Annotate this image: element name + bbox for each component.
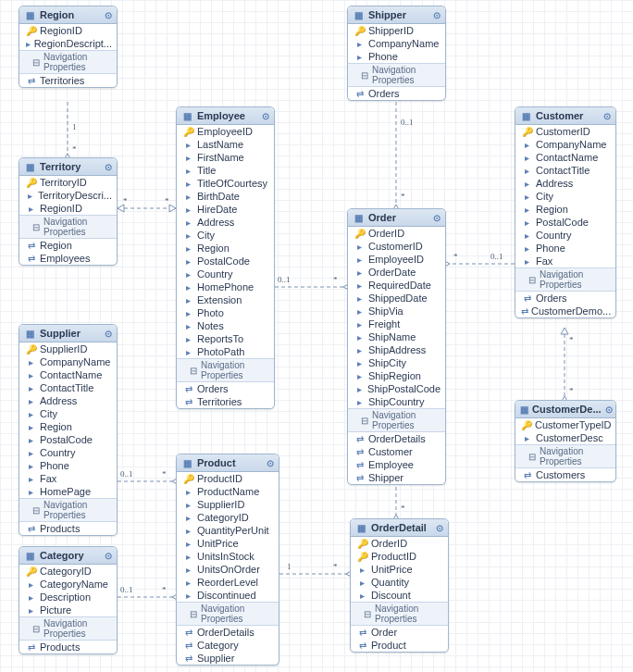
property-row[interactable]: ▸UnitPrice [351, 563, 448, 576]
property-row[interactable]: ▸Country [515, 229, 615, 242]
entity-region[interactable]: ▦Region⊙🔑RegionID▸RegionDescript...⊟Navi… [19, 6, 118, 88]
property-row[interactable]: 🔑OrderID [348, 227, 445, 240]
entity-header[interactable]: ▦OrderDetail⊙ [351, 519, 448, 537]
property-row[interactable]: ▸PostalCode [19, 433, 117, 446]
property-row[interactable]: ▸CompanyName [515, 138, 615, 151]
nav-property-row[interactable]: ⇄Orders [177, 382, 274, 395]
property-row[interactable]: 🔑RegionID [19, 24, 117, 37]
entity-header[interactable]: ▦Territory⊙ [19, 158, 117, 176]
entity-customer[interactable]: ▦Customer⊙🔑CustomerID▸CompanyName▸Contac… [515, 106, 616, 318]
property-row[interactable]: ▸CompanyName [19, 355, 117, 368]
nav-property-row[interactable]: ⇄CustomerDemo... [515, 305, 615, 317]
property-row[interactable]: 🔑ProductID [351, 550, 448, 563]
property-row[interactable]: ▸RegionDescript... [19, 37, 117, 50]
property-row[interactable]: ▸Photo [177, 306, 274, 319]
nav-group-header[interactable]: ⊟Navigation Properties [515, 444, 615, 468]
nav-group-header[interactable]: ⊟Navigation Properties [515, 268, 615, 292]
nav-property-row[interactable]: ⇄Orders [348, 87, 445, 100]
collapse-icon[interactable]: ⊙ [603, 111, 611, 121]
entity-header[interactable]: ▦Customer⊙ [515, 107, 615, 125]
entity-header[interactable]: ▦Category⊙ [19, 547, 117, 565]
property-row[interactable]: 🔑OrderID [351, 537, 448, 550]
property-row[interactable]: ▸Region [177, 242, 274, 255]
property-row[interactable]: ▸HireDate [177, 203, 274, 216]
property-row[interactable]: 🔑CustomerTypeID [515, 418, 615, 431]
property-row[interactable]: ▸EmployeeID [348, 253, 445, 266]
property-row[interactable]: ▸ShipCountry [348, 395, 445, 408]
entity-header[interactable]: ▦Employee⊙ [177, 107, 274, 125]
property-row[interactable]: ▸RequiredDate [348, 279, 445, 292]
property-row[interactable]: ▸Address [19, 394, 117, 407]
nav-group-header[interactable]: ⊟Navigation Properties [177, 358, 274, 382]
property-row[interactable]: ▸ReorderLevel [177, 576, 279, 589]
property-row[interactable]: ▸Discount [351, 589, 448, 602]
nav-group-header[interactable]: ⊟Navigation Properties [348, 408, 445, 432]
nav-property-row[interactable]: ⇄Employees [19, 252, 117, 265]
entity-employee[interactable]: ▦Employee⊙🔑EmployeeID▸LastName▸FirstName… [176, 106, 275, 409]
property-row[interactable]: 🔑TerritoryID [19, 176, 117, 189]
property-row[interactable]: ▸Phone [348, 50, 445, 63]
property-row[interactable]: ▸Phone [19, 459, 117, 472]
property-row[interactable]: ▸PostalCode [515, 216, 615, 229]
property-row[interactable]: ▸Fax [515, 255, 615, 268]
nav-property-row[interactable]: ⇄Category [177, 639, 279, 652]
nav-property-row[interactable]: ⇄Products [19, 522, 117, 535]
nav-property-row[interactable]: ⇄Order [351, 626, 448, 639]
property-row[interactable]: ▸Extension [177, 293, 274, 306]
nav-group-header[interactable]: ⊟Navigation Properties [177, 602, 279, 626]
collapse-icon[interactable]: ⊙ [433, 213, 441, 223]
property-row[interactable]: 🔑EmployeeID [177, 125, 274, 138]
nav-group-header[interactable]: ⊟Navigation Properties [19, 215, 117, 239]
nav-group-header[interactable]: ⊟Navigation Properties [348, 63, 445, 87]
entity-customerdemo[interactable]: ▦CustomerDe...⊙🔑CustomerTypeID▸CustomerD… [515, 400, 616, 482]
property-row[interactable]: ▸QuantityPerUnit [177, 524, 279, 537]
property-row[interactable]: ▸ShipRegion [348, 369, 445, 382]
property-row[interactable]: ▸ContactName [515, 151, 615, 164]
property-row[interactable]: ▸CustomerDesc [515, 431, 615, 444]
collapse-icon[interactable]: ⊙ [267, 458, 274, 468]
property-row[interactable]: ▸ReportsTo [177, 332, 274, 345]
property-row[interactable]: 🔑ProductID [177, 472, 279, 485]
entity-shipper[interactable]: ▦Shipper⊙🔑ShipperID▸CompanyName▸Phone⊟Na… [347, 6, 446, 101]
property-row[interactable]: ▸LastName [177, 138, 274, 151]
nav-property-row[interactable]: ⇄Product [351, 639, 448, 652]
property-row[interactable]: ▸Region [515, 203, 615, 216]
nav-property-row[interactable]: ⇄OrderDetails [177, 626, 279, 639]
property-row[interactable]: ▸PhotoPath [177, 345, 274, 358]
nav-property-row[interactable]: ⇄Orders [515, 292, 615, 305]
entity-order[interactable]: ▦Order⊙🔑OrderID▸CustomerID▸EmployeeID▸Or… [347, 208, 446, 485]
nav-property-row[interactable]: ⇄Region [19, 239, 117, 252]
collapse-icon[interactable]: ⊙ [105, 162, 112, 172]
property-row[interactable]: ▸OrderDate [348, 266, 445, 279]
property-row[interactable]: ▸CategoryName [19, 578, 117, 591]
nav-property-row[interactable]: ⇄OrderDetails [348, 432, 445, 445]
collapse-icon[interactable]: ⊙ [436, 523, 443, 533]
property-row[interactable]: ▸Address [177, 216, 274, 229]
property-row[interactable]: ▸City [515, 190, 615, 203]
property-row[interactable]: ▸ContactTitle [19, 381, 117, 394]
property-row[interactable]: ▸UnitPrice [177, 537, 279, 550]
property-row[interactable]: ▸UnitsOnOrder [177, 563, 279, 576]
property-row[interactable]: ▸ShipAddress [348, 343, 445, 356]
property-row[interactable]: ▸Country [19, 446, 117, 459]
property-row[interactable]: ▸Picture [19, 604, 117, 616]
entity-supplier[interactable]: ▦Supplier⊙🔑SupplierID▸CompanyName▸Contac… [19, 324, 118, 536]
entity-category[interactable]: ▦Category⊙🔑CategoryID▸CategoryName▸Descr… [19, 546, 118, 654]
entity-header[interactable]: ▦Supplier⊙ [19, 325, 117, 342]
property-row[interactable]: ▸RegionID [19, 202, 117, 215]
property-row[interactable]: ▸CustomerID [348, 240, 445, 253]
entity-header[interactable]: ▦Shipper⊙ [348, 6, 445, 24]
entity-header[interactable]: ▦CustomerDe...⊙ [515, 401, 615, 418]
property-row[interactable]: ▸ContactName [19, 368, 117, 381]
entity-orderdetail[interactable]: ▦OrderDetail⊙🔑OrderID🔑ProductID▸UnitPric… [350, 518, 449, 653]
nav-group-header[interactable]: ⊟Navigation Properties [19, 498, 117, 522]
property-row[interactable]: ▸ShipPostalCode [348, 382, 445, 395]
property-row[interactable]: ▸TitleOfCourtesy [177, 177, 274, 190]
property-row[interactable]: 🔑CustomerID [515, 125, 615, 138]
property-row[interactable]: ▸Country [177, 268, 274, 280]
property-row[interactable]: ▸TerritoryDescri... [19, 189, 117, 202]
property-row[interactable]: ▸ShipCity [348, 356, 445, 369]
property-row[interactable]: ▸Freight [348, 317, 445, 330]
property-row[interactable]: 🔑SupplierID [19, 342, 117, 355]
property-row[interactable]: ▸Description [19, 591, 117, 604]
